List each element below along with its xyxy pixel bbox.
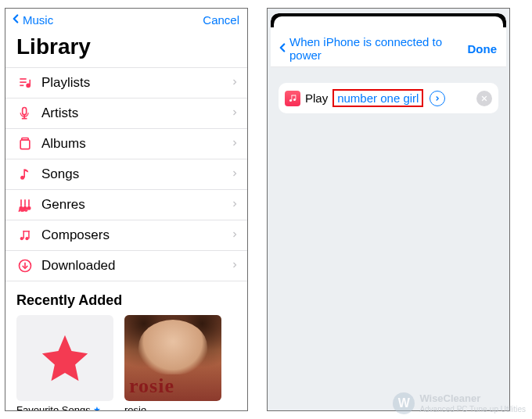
chevron-right-icon — [230, 167, 239, 181]
downloaded-icon — [16, 257, 34, 274]
svg-rect-28 — [292, 95, 293, 101]
recently-added-row: Favourite Songs ★ rosie rosie ROSÉ — [5, 315, 247, 411]
shortcuts-action-screen: When iPhone is connected to power Done P… — [267, 8, 510, 411]
chevron-left-icon — [275, 41, 289, 57]
svg-text:ABC: ABC — [20, 207, 28, 212]
expand-action-icon[interactable] — [430, 91, 445, 106]
back-button[interactable]: Music — [9, 12, 53, 28]
library-item-artists[interactable]: Artists — [5, 98, 247, 129]
library-item-albums[interactable]: Albums — [5, 129, 247, 159]
chevron-right-icon — [230, 228, 239, 242]
album-title: rosie — [124, 404, 221, 411]
library-item-genres[interactable]: ABC Genres — [5, 190, 247, 220]
chevron-right-icon — [230, 106, 239, 120]
chevron-right-icon — [230, 137, 239, 151]
action-parameter[interactable]: number one girl — [332, 89, 423, 107]
albums-icon — [16, 135, 34, 152]
back-button[interactable]: When iPhone is connected to power — [275, 35, 468, 62]
chevron-right-icon — [230, 259, 239, 273]
nav-bar: When iPhone is connected to power Done — [271, 27, 506, 67]
artists-icon — [16, 105, 34, 122]
composers-icon — [16, 227, 34, 244]
sheet-grabber[interactable] — [271, 13, 506, 27]
svg-point-19 — [20, 237, 23, 240]
album-art-text: rosie — [129, 374, 174, 398]
album-art — [16, 315, 113, 401]
nav-bar: Music Cancel — [5, 9, 247, 30]
back-label: Music — [23, 13, 53, 27]
list-label: Genres — [41, 197, 222, 213]
starred-icon: ★ — [93, 405, 101, 411]
star-icon — [38, 331, 92, 385]
library-list: Playlists Artists Albums — [5, 67, 247, 281]
chevron-right-icon — [230, 76, 239, 90]
recently-added-header: Recently Added — [5, 281, 247, 315]
play-music-action[interactable]: Play number one girl — [279, 83, 498, 113]
library-item-composers[interactable]: Composers — [5, 220, 247, 251]
page-title: Library — [5, 30, 247, 67]
done-button[interactable]: Done — [468, 42, 498, 56]
album-rosie[interactable]: rosie rosie ROSÉ — [124, 315, 221, 411]
svg-rect-8 — [20, 140, 30, 149]
album-title: Favourite Songs ★ — [16, 404, 113, 411]
svg-rect-30 — [292, 95, 297, 95]
library-item-playlists[interactable]: Playlists — [5, 67, 247, 98]
svg-rect-11 — [23, 169, 25, 177]
songs-icon — [16, 166, 34, 183]
cancel-button[interactable]: Cancel — [203, 13, 239, 27]
album-favourite-songs[interactable]: Favourite Songs ★ — [16, 315, 113, 411]
list-label: Albums — [41, 136, 222, 152]
svg-rect-5 — [23, 108, 27, 115]
svg-rect-23 — [23, 231, 30, 232]
list-label: Artists — [41, 106, 222, 121]
library-item-songs[interactable]: Songs — [5, 159, 247, 190]
list-label: Playlists — [41, 75, 222, 91]
list-label: Downloaded — [41, 258, 222, 274]
action-verb: Play — [305, 91, 328, 105]
svg-point-17 — [27, 207, 30, 210]
music-library-screen: Music Cancel Library Playlists Artists — [5, 8, 248, 411]
album-art: rosie — [124, 315, 221, 401]
chevron-right-icon — [230, 198, 239, 212]
svg-rect-9 — [22, 138, 28, 141]
back-label: When iPhone is connected to power — [289, 35, 468, 62]
svg-point-21 — [25, 237, 28, 240]
genres-icon: ABC — [16, 196, 34, 213]
list-label: Songs — [41, 167, 222, 182]
clear-action-button[interactable] — [476, 91, 492, 106]
library-item-downloaded[interactable]: Downloaded — [5, 251, 247, 281]
list-label: Composers — [41, 227, 222, 243]
music-app-icon — [285, 91, 300, 106]
playlists-icon — [16, 74, 34, 91]
chevron-left-icon — [9, 12, 23, 28]
